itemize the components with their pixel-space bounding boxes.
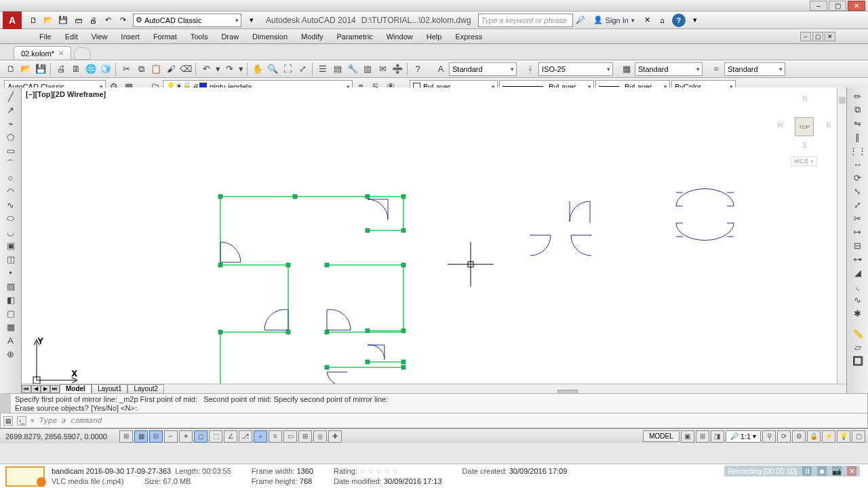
tpy-icon[interactable]: ▭ — [283, 430, 297, 443]
help-arrow-icon[interactable]: ▾ — [688, 14, 702, 27]
ellipse-icon[interactable]: ⬭ — [3, 212, 18, 224]
qnew-icon[interactable]: 🗋 — [4, 62, 18, 76]
mtext-icon[interactable]: A — [3, 334, 18, 346]
tp-icon[interactable]: 🔧 — [346, 62, 359, 76]
search-input[interactable]: Type a keyword or phrase — [478, 14, 573, 27]
qp-icon[interactable]: ⊞ — [298, 430, 312, 443]
dist-icon[interactable]: 📏 — [850, 327, 865, 340]
prop-icon[interactable]: ☰ — [316, 62, 330, 76]
qv-icon[interactable]: ◨ — [711, 430, 724, 443]
polar-icon[interactable]: ✶ — [179, 430, 193, 443]
workspace-arrow-icon[interactable]: ▾ — [245, 14, 258, 27]
tab-last-icon[interactable]: ⏭ — [50, 385, 60, 393]
xline-icon[interactable]: ↗ — [3, 104, 18, 116]
app-logo[interactable]: A — [3, 12, 22, 29]
menu-dimension[interactable]: Dimension — [245, 30, 294, 43]
doc-close-button[interactable]: ✕ — [825, 32, 835, 41]
tablestyle-combo[interactable]: Standard — [635, 62, 703, 76]
rec-stop-icon[interactable]: ■ — [817, 466, 827, 476]
exchange-icon[interactable]: ✕ — [641, 14, 654, 27]
drawing-canvas[interactable]: [–][Top][2D Wireframe] — [22, 87, 846, 393]
publish-icon[interactable]: 🌐 — [84, 62, 98, 76]
viewcube-e[interactable]: E — [827, 121, 831, 129]
join-icon[interactable]: ⊶ — [850, 253, 865, 265]
viewcube-face[interactable]: TOP — [795, 117, 814, 136]
tab-first-icon[interactable]: ⏮ — [22, 385, 31, 393]
mlstyle-combo[interactable]: Standard — [724, 62, 785, 76]
save-icon[interactable]: 💾 — [56, 14, 70, 27]
line-icon[interactable]: ╱ — [3, 90, 18, 102]
am-icon[interactable]: ✚ — [328, 430, 342, 443]
maximize-button[interactable]: ▢ — [829, 1, 846, 11]
menu-insert[interactable]: Insert — [114, 30, 146, 43]
trim-icon[interactable]: ✂ — [850, 212, 865, 224]
hardware-icon[interactable]: ⚡ — [822, 430, 835, 443]
menu-express[interactable]: Express — [448, 30, 489, 43]
viewcube-w[interactable]: W — [777, 121, 783, 129]
clean-icon[interactable]: ▢ — [852, 430, 865, 443]
addsel-icon[interactable]: ⊕ — [3, 348, 18, 360]
rec-cam-icon[interactable]: 📷 — [832, 466, 842, 476]
zoomrt-icon[interactable]: 🔍 — [266, 62, 279, 76]
pline-icon[interactable]: ⌁ — [3, 117, 18, 129]
match-icon[interactable]: 🖌 — [164, 62, 178, 76]
array-icon[interactable]: ⋮⋮ — [850, 144, 865, 157]
grid-icon[interactable]: ⊟ — [149, 430, 163, 443]
area-icon[interactable]: ▱ — [850, 341, 865, 353]
fillet-icon[interactable]: ◟ — [850, 280, 865, 292]
region-icon[interactable]: ▢ — [3, 307, 18, 319]
help2-icon[interactable]: ? — [411, 62, 425, 76]
textstyle-combo[interactable]: Standard — [449, 62, 517, 76]
close-tab-icon[interactable]: ✕ — [58, 49, 64, 57]
preview-icon[interactable]: 🗎 — [69, 62, 83, 76]
redo2-icon[interactable]: ↷ — [222, 62, 236, 76]
tab-prev-icon[interactable]: ◀ — [31, 385, 41, 393]
search-icon[interactable]: 🔎 — [574, 14, 587, 27]
otrack-icon[interactable]: ∠ — [224, 430, 237, 443]
annovis-icon[interactable]: ⚲ — [762, 430, 776, 443]
cut-icon[interactable]: ✂ — [119, 62, 133, 76]
menu-draw[interactable]: Draw — [214, 30, 245, 43]
pan-icon[interactable]: ✋ — [251, 62, 264, 76]
stretch-icon[interactable]: ⤢ — [850, 199, 865, 211]
sc-icon[interactable]: ◎ — [313, 430, 327, 443]
cmd-close-icon[interactable]: ✕ — [2, 400, 7, 407]
copy2-icon[interactable]: ⧉ — [850, 104, 865, 116]
layout-tab-model[interactable]: Model — [60, 384, 92, 394]
spline-icon[interactable]: ∿ — [3, 199, 18, 211]
rec-pause-icon[interactable]: ⏸ — [802, 466, 812, 476]
point-icon[interactable]: • — [3, 266, 18, 279]
file-thumbnail[interactable] — [5, 466, 45, 487]
plot-icon[interactable]: 🖨 — [54, 62, 68, 76]
menu-modify[interactable]: Modify — [294, 30, 330, 43]
isolate-icon[interactable]: 💡 — [837, 430, 850, 443]
menu-window[interactable]: Window — [380, 30, 420, 43]
table-icon[interactable]: ▦ — [3, 321, 18, 333]
saveall-icon[interactable]: 🗃 — [71, 14, 85, 27]
layout-tab-1[interactable]: Layout1 — [92, 384, 128, 394]
rect-icon[interactable]: ▭ — [3, 144, 18, 157]
menu-tools[interactable]: Tools — [184, 30, 215, 43]
zoomw-icon[interactable]: ⛶ — [281, 62, 294, 76]
rating-stars[interactable]: ☆☆☆☆☆ — [359, 467, 400, 475]
ssm-icon[interactable]: ▥ — [361, 62, 374, 76]
mirror-icon[interactable]: ⇋ — [850, 117, 865, 129]
copy-icon[interactable]: ⧉ — [134, 62, 148, 76]
grid2-icon[interactable]: ⊞ — [696, 430, 709, 443]
dc-icon[interactable]: ▤ — [331, 62, 344, 76]
doc-minimize-button[interactable]: – — [800, 32, 811, 41]
minimize-button[interactable]: – — [810, 1, 827, 11]
scale-icon[interactable]: ⤡ — [850, 185, 865, 197]
revcloud-icon[interactable]: ◠ — [3, 185, 18, 197]
offset-icon[interactable]: ‖ — [850, 131, 865, 143]
dimstyle-icon[interactable]: ⟊ — [524, 62, 537, 76]
annoauto-icon[interactable]: ⟳ — [777, 430, 791, 443]
3ddwf-icon[interactable]: 🧊 — [99, 62, 113, 76]
cmd-history-icon[interactable]: ▤ — [3, 416, 13, 426]
blend-icon[interactable]: ∿ — [850, 293, 865, 306]
command-input[interactable]: Type a command — [39, 416, 102, 425]
model-space-button[interactable]: MODEL — [643, 430, 679, 442]
polygon-icon[interactable]: ⬠ — [3, 131, 18, 143]
snap-icon[interactable]: ▦ — [134, 430, 148, 443]
menu-file[interactable]: File — [33, 30, 58, 43]
